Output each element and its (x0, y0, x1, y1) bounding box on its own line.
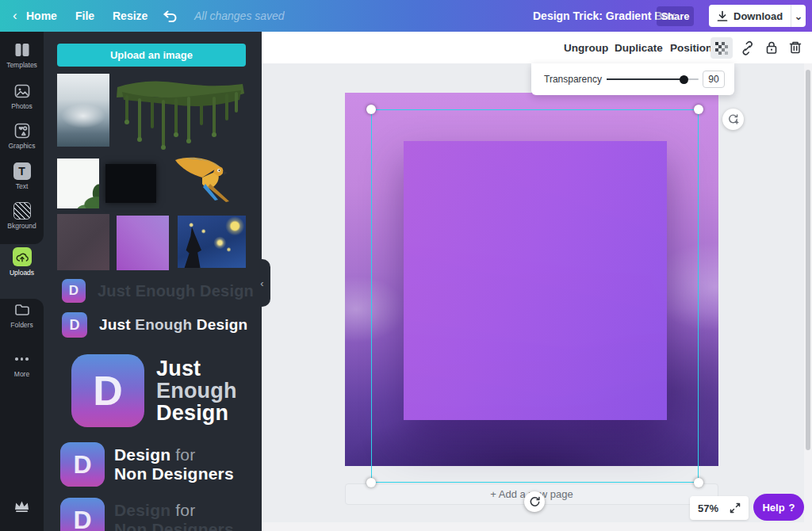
logo-design-for-non-designers[interactable]: D Design for Non Designers (60, 442, 234, 487)
d-logo-icon: D (60, 498, 105, 531)
lock-button[interactable] (764, 40, 779, 55)
thumbnail-water-splash[interactable] (57, 74, 109, 147)
thumbnail-black-image[interactable] (105, 164, 156, 203)
graphics-icon (13, 122, 31, 139)
thumbnail-plant-on-white[interactable] (57, 159, 99, 208)
resize-menu-button[interactable]: Resize (113, 0, 147, 32)
thumbnail-dark-purple-square[interactable] (57, 214, 109, 270)
lock-icon (764, 40, 779, 55)
top-bar: ‹ Home File Resize All changes saved Des… (0, 0, 812, 32)
background-icon (13, 202, 31, 220)
transparency-button[interactable] (710, 37, 733, 59)
sidebar-item-photos[interactable]: Photos (0, 82, 44, 110)
back-chevron-icon[interactable]: ‹ (13, 0, 17, 32)
panel-collapse-button[interactable]: ‹ (254, 259, 270, 307)
canva-editor: ‹ Home File Resize All changes saved Des… (0, 0, 812, 531)
zoom-level: 57% (698, 502, 718, 514)
thumbnail-flying-macaw[interactable] (170, 157, 230, 206)
d-logo-icon: D (60, 442, 105, 487)
download-button[interactable]: Download ⌄ (709, 5, 806, 27)
selection-handle-top-left[interactable] (366, 105, 376, 114)
rotate-icon (529, 496, 541, 508)
download-main[interactable]: Download (709, 5, 791, 27)
logo-just-enough-design-large[interactable]: D Just Enough Design (71, 354, 237, 427)
text-icon: T (13, 162, 31, 180)
sidebar-item-uploads[interactable]: Uploads (0, 247, 44, 277)
duplicate-button[interactable]: Duplicate (615, 32, 663, 63)
transparency-slider-knob[interactable] (680, 75, 688, 84)
trash-icon (787, 40, 803, 55)
more-dots-icon (15, 350, 29, 368)
logo-design-for-non-designers-faded[interactable]: D Design for Non Designers (60, 498, 234, 531)
templates-icon (13, 41, 31, 59)
sidebar-item-templates[interactable]: Templates (0, 41, 44, 69)
rail-group-bottom (0, 299, 44, 531)
sidebar-item-text[interactable]: T Text (0, 162, 44, 190)
upload-image-button[interactable]: Upload an image (57, 44, 246, 67)
sidebar-item-graphics[interactable]: Graphics (0, 122, 44, 150)
delete-button[interactable] (787, 40, 803, 55)
save-status-text: All changes saved (194, 0, 285, 32)
share-button[interactable]: Share (657, 6, 694, 26)
transparency-checker-icon (715, 42, 728, 55)
uploads-panel: Upload an image (44, 32, 262, 531)
thumbnail-starry-night[interactable] (178, 216, 246, 268)
download-icon (717, 10, 728, 22)
logo-just-enough-design-small[interactable]: D Just Enough Design (62, 312, 260, 338)
download-options-caret[interactable]: ⌄ (791, 5, 806, 27)
thumbnail-purple-gradient-square[interactable] (117, 216, 169, 270)
folders-icon (13, 301, 31, 319)
logo-just-enough-design-faded[interactable]: D Just Enough Design (62, 279, 260, 303)
zoom-control[interactable]: 57% (690, 496, 749, 520)
vertical-scrollbar[interactable] (804, 38, 812, 531)
selection-handle-bottom-left[interactable] (366, 478, 376, 487)
vertical-scrollbar-thumb[interactable] (806, 70, 810, 450)
selection-handle-top-right[interactable] (694, 105, 703, 114)
d-logo-icon: D (62, 279, 86, 303)
home-button[interactable]: Home (26, 0, 57, 32)
sidebar-item-folders[interactable]: Folders (0, 301, 44, 329)
sidebar-item-more[interactable]: More (0, 350, 44, 378)
position-button[interactable]: Position (670, 32, 712, 63)
link-icon (739, 40, 755, 55)
transparency-label: Transparency (544, 74, 602, 85)
help-button[interactable]: Help? (753, 494, 804, 521)
collapse-chevron-icon: ‹ (260, 277, 263, 289)
selection-bounding-box[interactable] (371, 109, 699, 483)
transparency-slider-track[interactable] (607, 78, 699, 80)
ungroup-button[interactable]: Ungroup (564, 32, 608, 63)
d-logo-icon: D (71, 354, 144, 427)
copy-page-button[interactable] (722, 109, 744, 130)
copy-page-icon (727, 113, 739, 125)
photos-icon (13, 82, 31, 100)
document-title[interactable]: Design Trick: Gradient Box (533, 0, 676, 32)
thumbnail-hanging-ivy[interactable] (114, 76, 246, 151)
transparency-popup: Transparency (531, 63, 734, 95)
sidebar-item-background[interactable]: Bkground (0, 202, 44, 230)
transparency-slider-fill (607, 78, 684, 80)
rotate-handle[interactable] (524, 491, 545, 512)
horizontal-scrollbar[interactable] (262, 522, 804, 531)
fullscreen-icon[interactable] (730, 502, 741, 514)
canva-pro-crown-icon[interactable] (13, 499, 30, 513)
d-logo-icon: D (62, 312, 87, 338)
uploads-icon (13, 247, 32, 266)
file-menu-button[interactable]: File (75, 0, 94, 32)
element-toolbar: Ungroup Duplicate Position (262, 32, 812, 63)
selection-handle-bottom-right[interactable] (694, 478, 703, 487)
undo-icon[interactable] (163, 0, 178, 32)
transparency-value-input[interactable] (703, 71, 725, 88)
left-rail: Templates Photos Graphics T Text (0, 32, 44, 531)
link-button[interactable] (739, 40, 755, 55)
